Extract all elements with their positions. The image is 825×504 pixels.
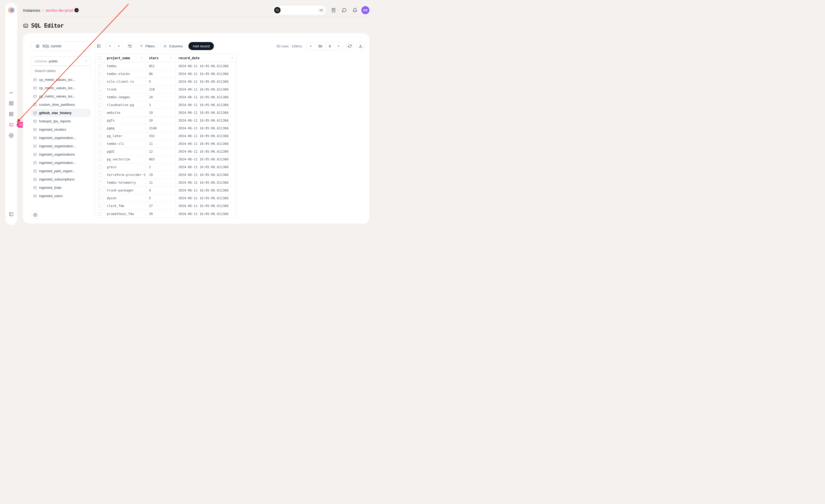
row-checkbox[interactable] — [95, 156, 104, 163]
cell-record-date: 2024-06-11 16:05:06.611366 — [175, 179, 236, 187]
table-item[interactable]: ingested_clusters — [31, 125, 91, 134]
search-tables-input[interactable] — [31, 66, 91, 76]
nav-apps-icon[interactable] — [7, 99, 15, 107]
schema-select[interactable]: schema: public — [31, 56, 91, 66]
svg-line-17 — [278, 11, 278, 11]
nav-back-button[interactable] — [105, 42, 114, 50]
table-row[interactable]: pgmq21482024-06-11 16:05:06.611366 — [95, 125, 236, 132]
table-row[interactable]: prometheus_fdw392024-06-11 16:05:06.6113… — [95, 210, 236, 218]
breadcrumb-current[interactable]: tembo-dw-prod — [46, 8, 79, 13]
table-row[interactable]: pg_later3322024-06-11 16:05:06.611366 — [95, 132, 236, 140]
table-row[interactable]: pgUI122024-06-11 16:05:06.611366 — [95, 148, 236, 156]
nav-forward-button[interactable] — [114, 42, 124, 50]
toggle-sidebar-button[interactable] — [95, 42, 103, 50]
table-row[interactable]: trunk-packager42024-06-11 16:05:06.61136… — [95, 187, 236, 195]
row-checkbox[interactable] — [95, 202, 104, 210]
nav-settings-icon[interactable] — [7, 132, 15, 139]
row-checkbox[interactable] — [95, 125, 104, 132]
sql-runner-button[interactable]: SQL runner — [31, 41, 91, 51]
global-search[interactable]: ⌘K — [273, 6, 326, 15]
bell-icon[interactable] — [351, 6, 359, 14]
table-row[interactable]: trunk2182024-06-11 16:05:06.611366 — [95, 86, 236, 93]
table-list: cp_metric_values_loc...cp_metric_values_… — [31, 76, 91, 209]
history-button[interactable] — [126, 42, 134, 50]
docs-icon[interactable] — [329, 6, 338, 14]
table-row[interactable]: clerk_fdw272024-06-11 16:05:06.611366 — [95, 202, 236, 210]
download-button[interactable] — [357, 42, 365, 50]
row-checkbox[interactable] — [95, 70, 104, 78]
table-item[interactable]: ingested_organizations — [31, 150, 91, 158]
page-prev-button[interactable] — [306, 42, 315, 50]
content-toolbar: Filters Columns Add record 50 rows · 108… — [95, 41, 365, 51]
table-item[interactable]: ingested_subscriptions — [31, 175, 91, 184]
table-row[interactable]: tembo-telemetry112024-06-11 16:05:06.611… — [95, 179, 236, 187]
table-item[interactable]: ingested_paid_organi... — [31, 167, 91, 175]
table-row[interactable]: website192024-06-11 16:05:06.611366 — [95, 109, 236, 117]
table-row[interactable]: greco22024-06-11 16:05:06.611366 — [95, 163, 236, 171]
cell-record-date: 2024-06-11 16:05:06.611366 — [175, 93, 236, 101]
row-checkbox[interactable] — [95, 210, 104, 218]
row-checkbox[interactable] — [95, 117, 104, 124]
row-checkbox[interactable] — [95, 187, 104, 194]
column-header[interactable]: record_date — [175, 54, 236, 62]
table-row[interactable]: tembo-stacks862024-06-11 16:05:06.611366 — [95, 70, 236, 78]
chevron-down-icon[interactable] — [74, 8, 79, 12]
breadcrumb-root[interactable]: Instances — [23, 8, 40, 13]
column-header[interactable]: project_name — [104, 54, 146, 62]
row-checkbox[interactable] — [95, 179, 104, 187]
row-checkbox[interactable] — [95, 148, 104, 155]
row-checkbox[interactable] — [95, 78, 104, 85]
table-row[interactable]: cloudnative-pg32024-06-11 16:05:06.61136… — [95, 101, 236, 109]
svg-rect-8 — [12, 112, 13, 114]
table-row[interactable]: tembo-cli112024-06-11 16:05:06.611366 — [95, 140, 236, 148]
table-item[interactable]: ingested_trials — [31, 184, 91, 192]
table-item[interactable]: github_star_history — [31, 109, 91, 117]
table-item[interactable]: cp_metric_values_loc... — [31, 84, 91, 92]
user-avatar[interactable]: DB — [361, 6, 369, 14]
table-row[interactable]: tembo-images242024-06-11 16:05:06.611366 — [95, 93, 236, 101]
table-item[interactable]: ingested_users — [31, 192, 91, 200]
table-row[interactable]: terraform-provider-t…192024-06-11 16:05:… — [95, 171, 236, 179]
table-item[interactable]: ingested_organization... — [31, 158, 91, 167]
table-row[interactable]: tembo8512024-06-11 16:05:06.611366 — [95, 62, 236, 70]
row-checkbox[interactable] — [95, 140, 104, 148]
row-checkbox[interactable] — [95, 109, 104, 117]
row-checkbox[interactable] — [95, 195, 104, 202]
offset-box[interactable]: 0 — [325, 42, 334, 50]
table-row[interactable]: nile-client-rs52024-06-11 16:05:06.61136… — [95, 78, 236, 86]
nav-collapse-icon[interactable] — [7, 211, 15, 218]
nav-metrics-icon[interactable] — [7, 89, 15, 96]
row-checkbox[interactable] — [95, 101, 104, 109]
refresh-button[interactable] — [346, 42, 354, 50]
table-item[interactable]: cp_metric_values_loc... — [31, 76, 91, 84]
row-checkbox[interactable] — [95, 86, 104, 93]
page-next-button[interactable] — [334, 42, 343, 50]
columns-button[interactable]: Columns — [160, 42, 185, 50]
add-record-button[interactable]: Add record — [189, 42, 214, 50]
sidebar-settings-button[interactable] — [31, 211, 39, 219]
row-checkbox[interactable] — [95, 132, 104, 140]
table-item[interactable]: custom_time_partitions — [31, 100, 91, 109]
table-item[interactable]: ingested_organization... — [31, 134, 91, 142]
sort-icon — [84, 59, 87, 63]
row-checkbox[interactable] — [95, 93, 104, 101]
filters-button[interactable]: Filters — [137, 42, 158, 50]
app-logo[interactable] — [7, 6, 15, 14]
table-item[interactable]: ingested_organization... — [31, 142, 91, 150]
page-size-box[interactable]: 50 — [315, 42, 325, 50]
table-row[interactable]: dyson52024-06-11 16:05:06.611366 — [95, 195, 236, 202]
table-item[interactable]: hubspot_tps_reports — [31, 117, 91, 125]
chat-icon[interactable] — [340, 6, 349, 14]
table-row[interactable]: pgfs102024-06-11 16:05:06.611366 — [95, 117, 236, 125]
header-checkbox[interactable] — [95, 54, 104, 62]
row-checkbox[interactable] — [95, 171, 104, 178]
row-checkbox[interactable] — [95, 62, 104, 70]
nav-extensions-icon[interactable] — [7, 110, 15, 118]
nav-sql-editor-icon[interactable]: SQL Editor — [7, 121, 15, 129]
table-item[interactable]: cp_metric_values_loc... — [31, 92, 91, 100]
column-header[interactable]: stars — [146, 54, 175, 62]
row-checkbox[interactable] — [95, 163, 104, 171]
cell-project-name: trunk-packager — [104, 187, 146, 194]
svg-rect-51 — [34, 153, 37, 156]
table-row[interactable]: pg_vectorize6632024-06-11 16:05:06.61136… — [95, 156, 236, 163]
